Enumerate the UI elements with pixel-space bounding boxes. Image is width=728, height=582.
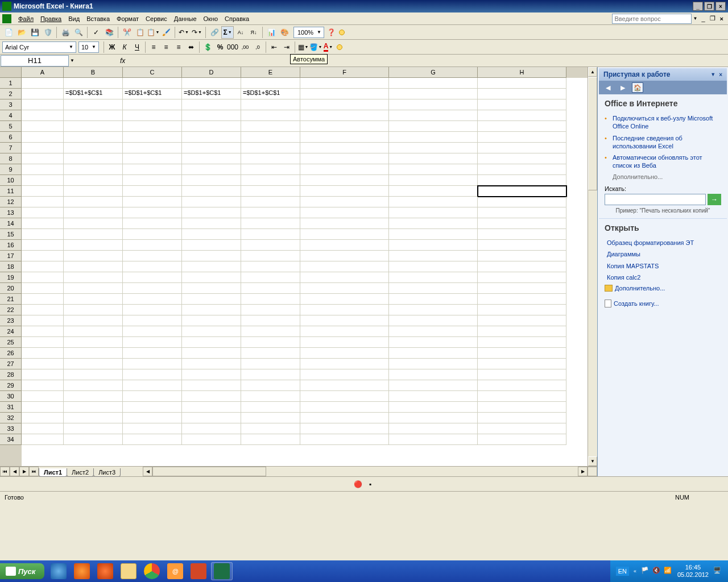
taskpane-close-icon[interactable]: × bbox=[719, 72, 722, 78]
cell-E14[interactable] bbox=[241, 218, 300, 229]
cell-E15[interactable] bbox=[241, 229, 300, 240]
draw-toggle-icon[interactable]: ▪ bbox=[364, 478, 377, 490]
cell-C30[interactable] bbox=[123, 391, 182, 402]
cell-E18[interactable] bbox=[241, 261, 300, 272]
cell-H17[interactable] bbox=[478, 251, 566, 261]
row-header-26[interactable]: 26 bbox=[0, 348, 22, 359]
comma-button[interactable]: 000 bbox=[226, 41, 239, 53]
taskbar-excel-icon[interactable] bbox=[211, 562, 233, 580]
cell-A17[interactable] bbox=[22, 251, 64, 261]
cell-H14[interactable] bbox=[478, 218, 566, 229]
cell-B21[interactable] bbox=[64, 294, 123, 305]
cell-E10[interactable] bbox=[241, 175, 300, 186]
row-header-30[interactable]: 30 bbox=[0, 391, 22, 402]
cell-E7[interactable] bbox=[241, 143, 300, 153]
cell-C32[interactable] bbox=[123, 413, 182, 423]
cell-H6[interactable] bbox=[478, 132, 566, 143]
col-header-C[interactable]: C bbox=[123, 67, 182, 78]
menu-window[interactable]: Окно bbox=[200, 14, 222, 23]
cell-D7[interactable] bbox=[182, 143, 241, 153]
tp-link-autoupdate[interactable]: •Автоматически обновлять этот список из … bbox=[605, 152, 721, 172]
tp-recent-0[interactable]: Образец форматирования ЭТ bbox=[605, 237, 721, 249]
taskpane-home-icon[interactable]: 🏠 bbox=[632, 82, 643, 93]
cell-H25[interactable] bbox=[478, 337, 566, 348]
cell-F8[interactable] bbox=[300, 153, 389, 164]
cell-F33[interactable] bbox=[300, 423, 389, 434]
tray-network-icon[interactable]: 📶 bbox=[664, 567, 673, 576]
cell-G6[interactable] bbox=[389, 132, 478, 143]
vscroll-thumb[interactable] bbox=[588, 77, 597, 190]
cell-G33[interactable] bbox=[389, 423, 478, 434]
cell-C9[interactable] bbox=[123, 164, 182, 175]
cell-G14[interactable] bbox=[389, 218, 478, 229]
cell-F32[interactable] bbox=[300, 413, 389, 423]
row-header-24[interactable]: 24 bbox=[0, 326, 22, 337]
cell-A16[interactable] bbox=[22, 240, 64, 251]
cell-H2[interactable] bbox=[478, 89, 566, 99]
name-box[interactable]: H11 bbox=[1, 55, 69, 66]
cell-B22[interactable] bbox=[64, 305, 123, 315]
taskbar-wmp-icon[interactable] bbox=[94, 562, 116, 580]
sort-desc-button[interactable]: Я↓ bbox=[247, 26, 260, 39]
cell-F15[interactable] bbox=[300, 229, 389, 240]
row-header-17[interactable]: 17 bbox=[0, 251, 22, 261]
row-header-4[interactable]: 4 bbox=[0, 110, 22, 121]
row-header-16[interactable]: 16 bbox=[0, 240, 22, 251]
cell-F13[interactable] bbox=[300, 207, 389, 218]
scroll-right-button[interactable]: ▶ bbox=[578, 467, 588, 476]
cell-E17[interactable] bbox=[241, 251, 300, 261]
menu-help[interactable]: Справка bbox=[221, 14, 253, 23]
cell-H20[interactable] bbox=[478, 283, 566, 294]
col-header-G[interactable]: G bbox=[389, 67, 478, 78]
cell-C5[interactable] bbox=[123, 121, 182, 132]
menu-tools[interactable]: Сервис bbox=[142, 14, 171, 23]
taskbar-explorer-icon[interactable] bbox=[118, 562, 139, 580]
cell-A24[interactable] bbox=[22, 326, 64, 337]
cell-C34[interactable] bbox=[123, 434, 182, 445]
row-header-1[interactable]: 1 bbox=[0, 78, 22, 89]
cell-H29[interactable] bbox=[478, 380, 566, 391]
cell-A30[interactable] bbox=[22, 391, 64, 402]
cell-C1[interactable] bbox=[123, 78, 182, 89]
cell-G11[interactable] bbox=[389, 186, 478, 197]
font-size-combo[interactable]: 10▼ bbox=[78, 41, 99, 53]
cell-E16[interactable] bbox=[241, 240, 300, 251]
cell-A7[interactable] bbox=[22, 143, 64, 153]
drawing-button[interactable]: 🎨 bbox=[278, 26, 291, 39]
cell-C4[interactable] bbox=[123, 110, 182, 121]
cell-G12[interactable] bbox=[389, 197, 478, 207]
cell-H31[interactable] bbox=[478, 402, 566, 413]
cell-F10[interactable] bbox=[300, 175, 389, 186]
cell-C17[interactable] bbox=[123, 251, 182, 261]
cell-E6[interactable] bbox=[241, 132, 300, 143]
increase-decimal-button[interactable]: ,00 bbox=[239, 41, 251, 53]
cell-A21[interactable] bbox=[22, 294, 64, 305]
cell-C10[interactable] bbox=[123, 175, 182, 186]
cell-A8[interactable] bbox=[22, 153, 64, 164]
row-header-7[interactable]: 7 bbox=[0, 143, 22, 153]
col-header-D[interactable]: D bbox=[182, 67, 241, 78]
open-button[interactable]: 📂 bbox=[15, 26, 28, 39]
tp-link-connect[interactable]: •Подключиться к веб-узлу Microsoft Offic… bbox=[605, 113, 721, 132]
cell-E31[interactable] bbox=[241, 402, 300, 413]
cell-E28[interactable] bbox=[241, 369, 300, 380]
cell-C31[interactable] bbox=[123, 402, 182, 413]
cell-C24[interactable] bbox=[123, 326, 182, 337]
row-header-2[interactable]: 2 bbox=[0, 89, 22, 99]
cell-B1[interactable] bbox=[64, 78, 123, 89]
percent-button[interactable]: % bbox=[214, 41, 226, 53]
cell-E26[interactable] bbox=[241, 348, 300, 359]
cell-H30[interactable] bbox=[478, 391, 566, 402]
cell-E23[interactable] bbox=[241, 315, 300, 326]
cell-E4[interactable] bbox=[241, 110, 300, 121]
cell-G20[interactable] bbox=[389, 283, 478, 294]
cell-B26[interactable] bbox=[64, 348, 123, 359]
cell-G29[interactable] bbox=[389, 380, 478, 391]
menu-format[interactable]: Формат bbox=[113, 14, 142, 23]
cell-F16[interactable] bbox=[300, 240, 389, 251]
cell-F31[interactable] bbox=[300, 402, 389, 413]
col-header-B[interactable]: B bbox=[64, 67, 123, 78]
row-header-32[interactable]: 32 bbox=[0, 413, 22, 423]
cell-B28[interactable] bbox=[64, 369, 123, 380]
select-all-corner[interactable] bbox=[0, 67, 22, 78]
